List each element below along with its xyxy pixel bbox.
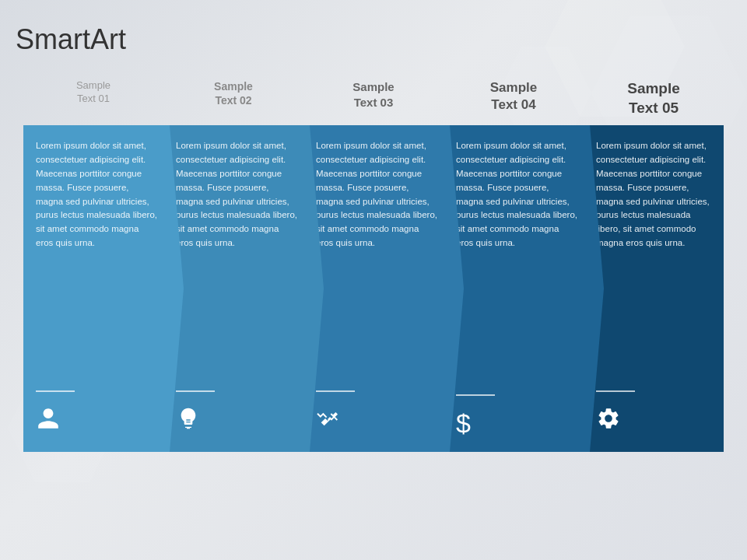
card-wrapper-3: Lorem ipsum dolor sit amet, consectetuer… [303,125,444,452]
card-5-text: Lorem ipsum dolor sit amet, consectetuer… [596,139,711,372]
bulb-icon [176,406,297,436]
header-1: SampleText 01 [23,79,163,125]
main-content: SmartArt SampleText 01 SampleText 02 Sam… [0,0,747,452]
card-4: Lorem ipsum dolor sit amet, consectetuer… [444,125,590,452]
card-2-text: Lorem ipsum dolor sit amet, consectetuer… [176,139,297,372]
card-2: Lorem ipsum dolor sit amet, consectetuer… [163,125,310,452]
cards-container: Lorem ipsum dolor sit amet, consectetuer… [16,125,731,452]
person-icon [36,406,157,436]
card-wrapper-4: Lorem ipsum dolor sit amet, consectetuer… [444,125,584,452]
header-label-4: SampleText 04 [447,79,580,114]
card-1-text: Lorem ipsum dolor sit amet, consectetuer… [36,139,157,372]
header-4: SampleText 04 [444,79,584,125]
header-label-2: SampleText 02 [167,79,300,107]
page-title: SmartArt [16,23,731,56]
header-2: SampleText 02 [163,79,303,125]
header-3: SampleText 03 [303,79,444,125]
card-wrapper-5: Lorem ipsum dolor sit amet, consectetuer… [584,125,724,452]
column-headers: SampleText 01 SampleText 02 SampleText 0… [16,79,731,125]
card-wrapper-1: Lorem ipsum dolor sit amet, consectetuer… [23,125,163,452]
header-label-3: SampleText 03 [307,79,440,110]
gear-icon [596,406,711,436]
header-5: SampleText 05 [584,79,724,125]
header-label-1: SampleText 01 [27,79,160,106]
card-wrapper-2: Lorem ipsum dolor sit amet, consectetuer… [163,125,303,452]
dollar-icon: $ [456,410,577,436]
card-4-text: Lorem ipsum dolor sit amet, consectetuer… [456,139,577,376]
card-5: Lorem ipsum dolor sit amet, consectetuer… [584,125,724,452]
card-1-divider [36,390,75,392]
card-1: Lorem ipsum dolor sit amet, consectetuer… [23,125,170,452]
header-label-5: SampleText 05 [587,79,720,117]
handshake-icon [316,406,437,436]
card-3: Lorem ipsum dolor sit amet, consectetuer… [303,125,450,452]
card-3-text: Lorem ipsum dolor sit amet, consectetuer… [316,139,437,372]
